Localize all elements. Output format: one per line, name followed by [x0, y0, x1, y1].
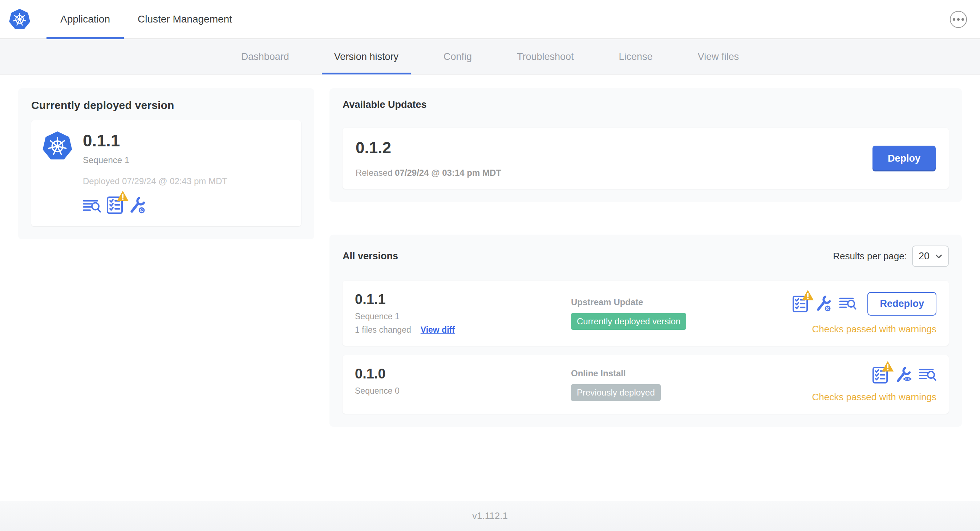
version-row: 0.1.0 Sequence 0 Online Install Previous… — [342, 355, 949, 414]
tab-cluster-management[interactable]: Cluster Management — [124, 0, 246, 38]
version-source-block: Online Install Previously deployed — [571, 368, 661, 401]
version-sequence: Sequence 1 — [355, 312, 571, 321]
admin-console-page: Application Cluster Management Dashboard… — [0, 0, 980, 531]
update-released: Released 07/29/24 @ 03:14 pm MDT — [356, 168, 501, 178]
tab-cluster-management-label: Cluster Management — [138, 13, 232, 25]
checks-status-text[interactable]: Checks passed with warnings — [812, 391, 937, 403]
footer: v1.112.1 — [0, 501, 980, 531]
all-versions-card: All versions Results per page: 20 — [329, 235, 962, 427]
deployed-version-number: 0.1.1 — [83, 132, 228, 149]
version-source: Upstream Update — [571, 297, 686, 307]
version-info: 0.1.0 Sequence 0 — [355, 366, 571, 403]
tab-version-history-label: Version history — [334, 51, 398, 62]
results-per-page-label: Results per page: — [833, 251, 907, 262]
logs-icon[interactable] — [839, 296, 856, 311]
version-source-block: Upstream Update Currently deployed versi… — [571, 297, 686, 330]
tab-troubleshoot-label: Troubleshoot — [517, 51, 574, 62]
deployed-timestamp: Deployed 07/29/24 @ 02:43 pm MDT — [83, 176, 228, 186]
deployed-version-info: 0.1.1 Sequence 1 Deployed 07/29/24 @ 02:… — [83, 130, 228, 214]
kubernetes-logo-icon — [0, 0, 30, 38]
preflight-checks-warning-icon[interactable] — [107, 196, 123, 214]
version-sequence: Sequence 0 — [355, 386, 571, 396]
warning-triangle-icon — [802, 289, 814, 301]
version-source: Online Install — [571, 368, 661, 378]
redeploy-button[interactable]: Redeploy — [867, 292, 936, 316]
results-per-page-value: 20 — [919, 251, 929, 262]
version-number: 0.1.0 — [355, 366, 571, 382]
currently-deployed-title: Currently deployed version — [31, 99, 301, 111]
tab-application-label: Application — [60, 13, 110, 25]
overflow-menu-button[interactable] — [950, 11, 967, 28]
view-config-icon[interactable] — [895, 366, 912, 383]
console-version: v1.112.1 — [472, 510, 508, 521]
deployed-version-card: 0.1.1 Sequence 1 Deployed 07/29/24 @ 02:… — [31, 120, 301, 226]
update-row: 0.1.2 Released 07/29/24 @ 03:14 pm MDT D… — [342, 128, 949, 189]
deployed-sequence: Sequence 1 — [83, 155, 228, 165]
app-sub-nav: Dashboard Version history Config Trouble… — [0, 39, 980, 75]
tab-application[interactable]: Application — [46, 0, 124, 38]
version-info: 0.1.1 Sequence 1 1 files changed View di… — [355, 292, 571, 335]
tab-view-files-label: View files — [698, 51, 739, 62]
deploy-button[interactable]: Deploy — [872, 146, 936, 172]
app-icon — [42, 130, 73, 214]
top-nav-tabs: Application Cluster Management — [46, 0, 246, 38]
preflight-checks-warning-icon[interactable] — [872, 366, 888, 383]
version-actions — [872, 366, 936, 383]
update-version-number: 0.1.2 — [356, 139, 501, 157]
tab-dashboard-label: Dashboard — [241, 51, 289, 62]
results-per-page: Results per page: 20 — [833, 245, 949, 267]
chevron-down-icon — [935, 254, 942, 259]
top-nav: Application Cluster Management — [0, 0, 980, 39]
all-versions-title: All versions — [342, 251, 398, 262]
tab-config-label: Config — [444, 51, 472, 62]
version-actions-block: Checks passed with warnings — [812, 366, 937, 403]
available-updates-card: Available Updates 0.1.2 Released 07/29/2… — [329, 88, 962, 202]
tab-troubleshoot[interactable]: Troubleshoot — [494, 39, 597, 74]
files-changed: 1 files changed — [355, 325, 411, 335]
deployed-version-actions — [83, 196, 228, 214]
edit-config-icon[interactable] — [815, 295, 832, 312]
released-date: 07/29/24 @ 03:14 pm MDT — [395, 168, 501, 178]
version-actions: Redeploy — [792, 292, 936, 316]
logs-icon[interactable] — [919, 367, 936, 382]
ellipsis-icon — [953, 18, 955, 21]
all-versions-header: All versions Results per page: 20 — [342, 245, 949, 267]
tab-config[interactable]: Config — [421, 39, 494, 74]
version-number: 0.1.1 — [355, 292, 571, 307]
tab-view-files[interactable]: View files — [675, 39, 762, 74]
available-updates-title: Available Updates — [342, 99, 949, 110]
checks-status-text[interactable]: Checks passed with warnings — [812, 324, 937, 335]
results-per-page-select[interactable]: 20 — [912, 245, 949, 267]
tab-version-history[interactable]: Version history — [312, 39, 421, 74]
warning-triangle-icon — [116, 190, 129, 202]
version-actions-block: Redeploy Checks passed with warnings — [792, 292, 936, 335]
top-nav-right — [950, 0, 980, 38]
tab-dashboard[interactable]: Dashboard — [219, 39, 312, 74]
status-badge: Previously deployed — [571, 384, 661, 401]
right-column: Available Updates 0.1.2 Released 07/29/2… — [329, 88, 962, 427]
update-info: 0.1.2 Released 07/29/24 @ 03:14 pm MDT — [356, 139, 501, 178]
view-diff-link[interactable]: View diff — [421, 325, 455, 335]
status-badge: Currently deployed version — [571, 313, 686, 330]
edit-config-icon[interactable] — [129, 197, 146, 214]
files-changed-line: 1 files changed View diff — [355, 325, 571, 335]
tab-license[interactable]: License — [597, 39, 675, 74]
tab-license-label: License — [619, 51, 653, 62]
preflight-checks-warning-icon[interactable] — [792, 295, 808, 312]
version-row: 0.1.1 Sequence 1 1 files changed View di… — [342, 281, 949, 346]
logs-icon[interactable] — [83, 199, 101, 214]
main-content: Currently deployed version — [0, 75, 980, 427]
released-label: Released — [356, 168, 392, 178]
currently-deployed-card: Currently deployed version — [18, 88, 314, 239]
warning-triangle-icon — [881, 361, 894, 372]
